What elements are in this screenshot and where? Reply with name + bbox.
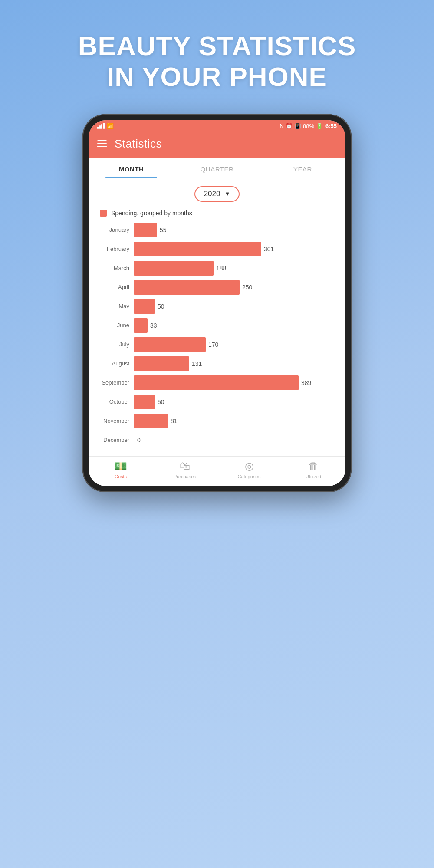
chart-row: February301 bbox=[99, 242, 335, 256]
bar-chart: January55February301March188April250May5… bbox=[95, 223, 339, 447]
time-display: 6:55 bbox=[326, 123, 337, 129]
chart-row-label: August bbox=[99, 360, 134, 367]
chart-bar-value: 170 bbox=[208, 341, 218, 348]
chart-bar bbox=[134, 356, 189, 371]
year-selector-wrap: 2020 ▼ bbox=[95, 186, 339, 202]
utilized-label: Utilized bbox=[306, 474, 321, 479]
chart-row-label: July bbox=[99, 341, 134, 348]
chart-row-label: March bbox=[99, 265, 134, 271]
chart-row: November81 bbox=[99, 414, 335, 428]
signal-icon bbox=[97, 123, 105, 129]
menu-button[interactable] bbox=[97, 140, 107, 147]
tab-quarter[interactable]: QUARTER bbox=[174, 158, 260, 178]
chart-row-label: October bbox=[99, 398, 134, 405]
year-value: 2020 bbox=[204, 190, 220, 198]
chart-row-label: November bbox=[99, 418, 134, 424]
chart-bar bbox=[134, 375, 299, 390]
chart-bar bbox=[134, 337, 206, 352]
hero-text: BEAUTY STATISTICS IN YOUR PHONE bbox=[78, 30, 356, 92]
chart-bar-wrap: 170 bbox=[134, 337, 335, 352]
chart-bar bbox=[134, 433, 135, 447]
chart-bar-value: 250 bbox=[242, 284, 252, 291]
chart-row-label: January bbox=[99, 227, 134, 233]
tabs-bar: MONTH QUARTER YEAR bbox=[89, 158, 345, 178]
costs-icon: 💵 bbox=[114, 460, 127, 472]
phone-screen: 📶 N ⏰ 📳 88% 🔋 6:55 Statistics MONTH QUAR… bbox=[89, 120, 345, 486]
chart-bar-wrap: 55 bbox=[134, 223, 335, 237]
chart-bar-wrap: 50 bbox=[134, 395, 335, 409]
chart-bar-value: 389 bbox=[301, 379, 311, 386]
chart-row: March188 bbox=[99, 261, 335, 276]
chart-bar-wrap: 0 bbox=[134, 433, 335, 447]
app-bar: Statistics bbox=[89, 131, 345, 158]
chart-bar-wrap: 131 bbox=[134, 356, 335, 371]
costs-label: Costs bbox=[115, 474, 127, 479]
chart-row-label: April bbox=[99, 284, 134, 290]
chart-bar-value: 131 bbox=[192, 360, 202, 367]
chart-row: October50 bbox=[99, 395, 335, 409]
chart-bar bbox=[134, 242, 261, 256]
bottom-nav: 💵 Costs 🛍 Purchases ◎ Categories 🗑 Utili… bbox=[89, 456, 345, 486]
page-title: Statistics bbox=[115, 137, 162, 151]
battery-percent: 88% bbox=[303, 123, 314, 129]
alarm-icon: ⏰ bbox=[286, 123, 293, 129]
hero-line2: IN YOUR PHONE bbox=[78, 61, 356, 92]
chart-row-label: February bbox=[99, 246, 134, 252]
chart-bar-wrap: 81 bbox=[134, 414, 335, 428]
chart-bar-wrap: 33 bbox=[134, 318, 335, 333]
tab-month[interactable]: MONTH bbox=[89, 158, 174, 178]
chevron-down-icon: ▼ bbox=[224, 191, 230, 197]
chart-row-label: December bbox=[99, 437, 134, 443]
chart-bar bbox=[134, 223, 157, 237]
chart-bar-value: 81 bbox=[171, 418, 178, 424]
chart-row-label: May bbox=[99, 303, 134, 309]
chart-bar bbox=[134, 280, 240, 295]
chart-row: August131 bbox=[99, 356, 335, 371]
chart-bar bbox=[134, 414, 168, 428]
utilized-icon: 🗑 bbox=[308, 460, 319, 472]
chart-bar bbox=[134, 318, 148, 333]
chart-bar-value: 50 bbox=[158, 398, 164, 405]
phone-frame: 📶 N ⏰ 📳 88% 🔋 6:55 Statistics MONTH QUAR… bbox=[82, 114, 352, 492]
chart-row: April250 bbox=[99, 280, 335, 295]
battery-icon: 🔋 bbox=[316, 123, 323, 129]
chart-bar-wrap: 389 bbox=[134, 375, 335, 390]
nfc-icon: N bbox=[280, 123, 284, 129]
chart-content: 2020 ▼ Spending, grouped by months Janua… bbox=[89, 178, 345, 456]
hero-line1: BEAUTY STATISTICS bbox=[78, 30, 356, 61]
chart-row: July170 bbox=[99, 337, 335, 352]
categories-label: Categories bbox=[237, 474, 260, 479]
chart-bar-wrap: 50 bbox=[134, 299, 335, 314]
chart-legend: Spending, grouped by months bbox=[95, 210, 339, 217]
purchases-icon: 🛍 bbox=[180, 460, 190, 472]
chart-bar-value: 55 bbox=[160, 227, 167, 233]
nav-categories[interactable]: ◎ Categories bbox=[217, 460, 281, 479]
chart-bar bbox=[134, 395, 155, 409]
chart-bar bbox=[134, 261, 214, 276]
tab-year[interactable]: YEAR bbox=[260, 158, 345, 178]
nav-purchases[interactable]: 🛍 Purchases bbox=[153, 460, 217, 479]
chart-bar-value: 33 bbox=[150, 322, 157, 329]
nav-utilized[interactable]: 🗑 Utilized bbox=[281, 460, 345, 479]
chart-bar-wrap: 250 bbox=[134, 280, 335, 295]
chart-bar-value: 188 bbox=[216, 265, 226, 272]
status-left: 📶 bbox=[97, 123, 114, 129]
chart-row: May50 bbox=[99, 299, 335, 314]
nav-costs[interactable]: 💵 Costs bbox=[89, 460, 153, 479]
chart-row: January55 bbox=[99, 223, 335, 237]
wifi-icon: 📶 bbox=[107, 123, 114, 129]
chart-bar-value: 50 bbox=[158, 303, 164, 310]
legend-label: Spending, grouped by months bbox=[111, 210, 192, 217]
chart-bar-value: 0 bbox=[137, 437, 141, 444]
chart-row: September389 bbox=[99, 375, 335, 390]
chart-row-label: June bbox=[99, 322, 134, 329]
vibrate-icon: 📳 bbox=[294, 123, 301, 129]
status-bar: 📶 N ⏰ 📳 88% 🔋 6:55 bbox=[89, 120, 345, 131]
year-selector[interactable]: 2020 ▼ bbox=[194, 186, 240, 202]
chart-bar-value: 301 bbox=[264, 246, 274, 253]
status-right: N ⏰ 📳 88% 🔋 6:55 bbox=[280, 123, 337, 129]
chart-row: June33 bbox=[99, 318, 335, 333]
legend-color-swatch bbox=[100, 210, 107, 217]
chart-row: December0 bbox=[99, 433, 335, 447]
categories-icon: ◎ bbox=[245, 460, 254, 472]
